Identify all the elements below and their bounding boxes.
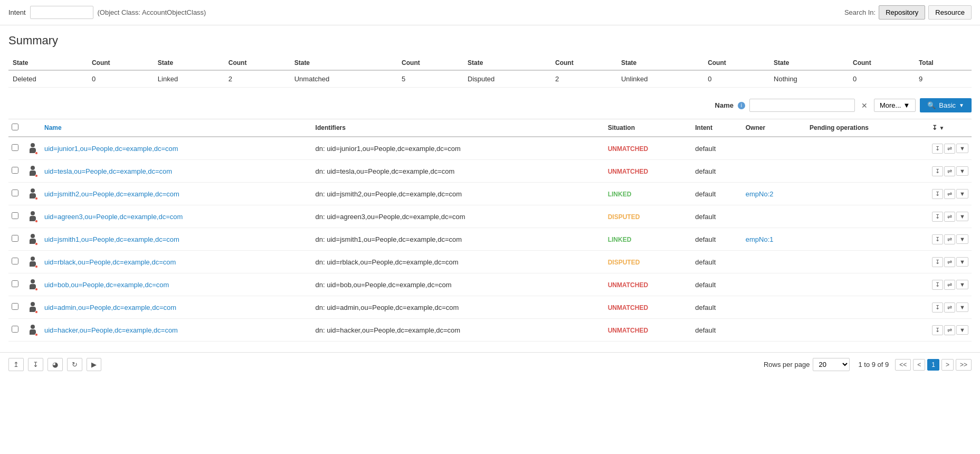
- top-bar: Intent (Object Class: AccountObjectClass…: [0, 0, 980, 25]
- row-download-btn[interactable]: ↧: [932, 189, 943, 199]
- last-page-btn[interactable]: >>: [956, 359, 972, 371]
- row-situation-cell: UNMATCHED: [605, 137, 692, 160]
- intent-select[interactable]: [30, 6, 93, 19]
- row-name-cell: uid=hacker,ou=People,dc=example,dc=com: [41, 319, 312, 342]
- next-page-btn[interactable]: >: [941, 359, 954, 371]
- row-more-btn[interactable]: ▼: [956, 257, 968, 267]
- row-identifiers-cell: dn: uid=admin,ou=People,dc=example,dc=co…: [312, 296, 605, 319]
- summary-state1: Deleted: [8, 70, 88, 88]
- clear-filter-btn[interactable]: ✕: [859, 100, 870, 111]
- person-icon: [27, 143, 38, 156]
- summary-state2: Linked: [154, 70, 224, 88]
- row-name-link[interactable]: uid=jsmith1,ou=People,dc=example,dc=com: [44, 235, 179, 243]
- row-situation-cell: DISPUTED: [605, 205, 692, 228]
- owner-link[interactable]: empNo:1: [746, 235, 774, 243]
- name-filter-input[interactable]: [749, 99, 855, 112]
- row-identifiers-cell: dn: uid=junior1,ou=People,dc=example,dc=…: [312, 137, 605, 160]
- row-sync-btn[interactable]: ⇌: [944, 166, 955, 176]
- th-select-all[interactable]: [8, 119, 24, 137]
- import-btn[interactable]: ↥: [8, 358, 24, 371]
- refresh-btn[interactable]: ↻: [67, 358, 82, 371]
- th-name: Name: [41, 119, 312, 137]
- col-count3: Count: [397, 56, 463, 70]
- repository-btn[interactable]: Repository: [879, 5, 925, 20]
- row-icon-cell: [24, 296, 41, 319]
- pagination-controls: 1 to 9 of 9 << < 1 > >>: [854, 359, 972, 371]
- row-download-btn[interactable]: ↧: [932, 325, 943, 335]
- row-sync-btn[interactable]: ⇌: [944, 144, 955, 154]
- row-situation-cell: DISPUTED: [605, 251, 692, 273]
- row-more-btn[interactable]: ▼: [956, 325, 968, 335]
- actions-dropdown-icon[interactable]: ▼: [939, 125, 944, 131]
- row-sync-btn[interactable]: ⇌: [944, 302, 955, 313]
- row-more-btn[interactable]: ▼: [956, 280, 968, 289]
- row-checkbox[interactable]: [12, 167, 18, 174]
- row-more-btn[interactable]: ▼: [956, 234, 968, 244]
- row-checkbox[interactable]: [12, 144, 18, 151]
- row-checkbox[interactable]: [12, 212, 18, 219]
- row-name-link[interactable]: uid=tesla,ou=People,dc=example,dc=com: [44, 167, 172, 175]
- resource-btn[interactable]: Resource: [928, 5, 972, 20]
- row-checkbox[interactable]: [12, 303, 18, 310]
- row-more-btn[interactable]: ▼: [956, 212, 968, 221]
- export-btn[interactable]: ↧: [28, 358, 43, 371]
- page-1-btn[interactable]: 1: [927, 359, 939, 371]
- row-sync-btn[interactable]: ⇌: [944, 257, 955, 267]
- col-count1: Count: [88, 56, 154, 70]
- row-name-link[interactable]: uid=rblack,ou=People,dc=example,dc=com: [44, 258, 176, 266]
- owner-link[interactable]: empNo:2: [746, 190, 774, 198]
- rows-select[interactable]: 20 10 50 100: [813, 358, 850, 371]
- row-checkbox[interactable]: [12, 235, 18, 242]
- row-download-btn[interactable]: ↧: [932, 166, 943, 176]
- row-download-btn[interactable]: ↧: [932, 234, 943, 244]
- row-actions-cell: ↧ ⇌ ▼: [929, 251, 972, 273]
- play-btn[interactable]: ▶: [87, 358, 101, 371]
- row-name-link[interactable]: uid=jsmith2,ou=People,dc=example,dc=com: [44, 190, 179, 198]
- row-sync-btn[interactable]: ⇌: [944, 325, 955, 335]
- first-page-btn[interactable]: <<: [895, 359, 911, 371]
- row-more-btn[interactable]: ▼: [956, 144, 968, 153]
- row-name-link[interactable]: uid=hacker,ou=People,dc=example,dc=com: [44, 326, 178, 334]
- info-icon[interactable]: i: [738, 102, 745, 109]
- row-download-btn[interactable]: ↧: [932, 212, 943, 222]
- row-name-cell: uid=rblack,ou=People,dc=example,dc=com: [41, 251, 312, 273]
- row-checkbox-cell: [8, 137, 24, 160]
- row-owner-cell: [743, 319, 806, 342]
- row-download-btn[interactable]: ↧: [932, 144, 943, 154]
- summary-total: 9: [915, 70, 972, 88]
- row-checkbox[interactable]: [12, 326, 18, 333]
- row-download-btn[interactable]: ↧: [932, 257, 943, 267]
- row-more-btn[interactable]: ▼: [956, 166, 968, 176]
- row-name-link[interactable]: uid=junior1,ou=People,dc=example,dc=com: [44, 145, 178, 153]
- row-sync-btn[interactable]: ⇌: [944, 280, 955, 290]
- row-name-link[interactable]: uid=bob,ou=People,dc=example,dc=com: [44, 281, 169, 289]
- row-checkbox-cell: [8, 273, 24, 296]
- row-sync-btn[interactable]: ⇌: [944, 189, 955, 199]
- more-filters-btn[interactable]: More... ▼: [874, 99, 916, 112]
- row-download-btn[interactable]: ↧: [932, 302, 943, 313]
- row-icon-cell: [24, 160, 41, 183]
- row-more-btn[interactable]: ▼: [956, 189, 968, 198]
- row-checkbox[interactable]: [12, 258, 18, 264]
- download-icon[interactable]: ↧: [932, 124, 937, 131]
- row-checkbox[interactable]: [12, 190, 18, 196]
- row-actions-cell: ↧ ⇌ ▼: [929, 160, 972, 183]
- main-content: Summary State Count State Count State Co…: [0, 25, 980, 350]
- chart-btn[interactable]: ◕: [47, 358, 63, 371]
- row-checkbox-cell: [8, 160, 24, 183]
- row-identifiers-cell: dn: uid=jsmith1,ou=People,dc=example,dc=…: [312, 228, 605, 251]
- row-sync-btn[interactable]: ⇌: [944, 212, 955, 222]
- row-download-btn[interactable]: ↧: [932, 280, 943, 290]
- filter-bar: Name i ✕ More... ▼ 🔍 Basic ▼: [8, 98, 972, 112]
- search-button[interactable]: 🔍 Basic ▼: [920, 98, 972, 112]
- row-actions-cell: ↧ ⇌ ▼: [929, 228, 972, 251]
- row-name-link[interactable]: uid=admin,ou=People,dc=example,dc=com: [44, 304, 176, 311]
- row-checkbox[interactable]: [12, 280, 18, 287]
- col-state6: State: [769, 56, 849, 70]
- select-all-checkbox[interactable]: [12, 124, 18, 130]
- row-more-btn[interactable]: ▼: [956, 302, 968, 312]
- row-name-link[interactable]: uid=agreen3,ou=People,dc=example,dc=com: [44, 213, 183, 221]
- prev-page-btn[interactable]: <: [913, 359, 925, 371]
- row-sync-btn[interactable]: ⇌: [944, 234, 955, 244]
- search-icon: 🔍: [927, 101, 936, 109]
